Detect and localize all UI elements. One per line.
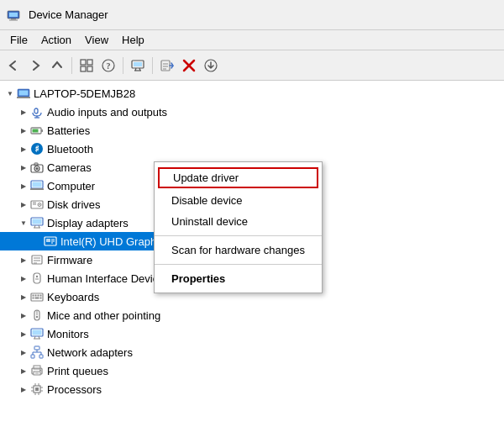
help-button[interactable]: ? xyxy=(98,55,118,76)
firmware-icon xyxy=(30,253,44,266)
print-icon xyxy=(30,364,44,377)
svg-rect-67 xyxy=(33,298,34,299)
context-menu-disable-device[interactable]: Disable device xyxy=(155,190,322,211)
tree-item-print[interactable]: Print queues xyxy=(0,361,223,380)
expander-computer[interactable] xyxy=(17,179,30,192)
back-button[interactable] xyxy=(3,55,24,76)
svg-point-72 xyxy=(36,316,38,318)
svg-rect-78 xyxy=(34,346,39,350)
expander-firmware[interactable] xyxy=(17,253,30,266)
up-button[interactable] xyxy=(47,55,67,76)
bluetooth-icon: ♯ xyxy=(30,142,44,156)
hid-label: Human Interface Devices xyxy=(47,272,170,285)
expander-audio[interactable] xyxy=(17,105,30,119)
svg-rect-5 xyxy=(87,60,92,65)
expander-keyboards[interactable] xyxy=(17,290,30,303)
tree-item-batteries[interactable]: Batteries xyxy=(0,121,223,140)
app-icon xyxy=(7,8,20,22)
context-menu-sep1 xyxy=(155,235,322,236)
context-menu-scan-hardware[interactable]: Scan for hardware changes xyxy=(155,240,322,261)
tree-item-processors[interactable]: Processors xyxy=(0,380,223,398)
battery-icon xyxy=(30,124,44,137)
app-title: Device Manager xyxy=(29,8,108,21)
context-menu: Update driver Disable device Uninstall d… xyxy=(154,161,323,293)
main-content: LAPTOP-5DEMJB28 Audio inputs and outputs xyxy=(0,81,504,427)
separator-3 xyxy=(152,57,153,74)
camera-icon xyxy=(30,161,44,174)
expander-mice[interactable] xyxy=(17,308,30,322)
tree-item-bluetooth[interactable]: ♯ Bluetooth xyxy=(0,140,223,158)
bluetooth-label: Bluetooth xyxy=(47,143,93,156)
svg-rect-11 xyxy=(134,62,142,66)
svg-rect-38 xyxy=(33,182,42,187)
menu-help[interactable]: Help xyxy=(115,32,151,48)
context-menu-sep2 xyxy=(155,264,322,265)
tree-item-laptop[interactable]: LAPTOP-5DEMJB28 xyxy=(0,84,223,103)
svg-rect-63 xyxy=(33,295,34,297)
monitor-button[interactable] xyxy=(128,55,148,76)
batteries-label: Batteries xyxy=(47,124,90,137)
menu-file[interactable]: File xyxy=(3,32,34,48)
forward-button[interactable] xyxy=(25,55,45,76)
svg-text:♯: ♯ xyxy=(34,144,39,154)
expander-cameras[interactable] xyxy=(17,161,30,174)
svg-rect-66 xyxy=(40,295,42,297)
expander-hid[interactable] xyxy=(17,271,30,285)
expander-bluetooth[interactable] xyxy=(17,142,30,156)
svg-rect-3 xyxy=(9,19,18,20)
mice-icon xyxy=(30,308,44,322)
delete-button[interactable] xyxy=(179,55,199,76)
svg-rect-46 xyxy=(33,219,42,224)
expander-print[interactable] xyxy=(17,364,30,377)
tree-item-mice[interactable]: Mice and other pointing xyxy=(0,306,223,324)
svg-rect-51 xyxy=(46,239,50,242)
separator-2 xyxy=(123,57,123,74)
grid-button[interactable] xyxy=(76,55,97,76)
hid-icon xyxy=(30,271,44,285)
menu-action[interactable]: Action xyxy=(34,32,78,48)
context-menu-uninstall-device[interactable]: Uninstall device xyxy=(155,211,322,232)
keyboard-icon xyxy=(30,290,44,303)
download-button[interactable] xyxy=(201,55,221,76)
cameras-label: Cameras xyxy=(47,161,92,174)
svg-rect-24 xyxy=(17,97,30,98)
svg-rect-39 xyxy=(30,188,44,190)
processors-label: Processors xyxy=(47,383,102,396)
update-button[interactable] xyxy=(157,55,177,76)
title-bar: Device Manager xyxy=(0,0,504,30)
svg-point-35 xyxy=(36,167,39,170)
expander-display[interactable] xyxy=(17,216,30,229)
svg-rect-29 xyxy=(41,129,43,132)
tree-item-audio[interactable]: Audio inputs and outputs xyxy=(0,103,223,121)
svg-rect-6 xyxy=(81,66,86,71)
expander-processors[interactable] xyxy=(17,382,30,396)
svg-rect-4 xyxy=(81,60,86,65)
svg-rect-7 xyxy=(87,66,92,71)
context-menu-properties[interactable]: Properties xyxy=(155,268,322,289)
expander-disk[interactable] xyxy=(17,198,30,211)
expander-monitors[interactable] xyxy=(17,327,30,340)
gpu-icon xyxy=(44,235,57,248)
firmware-label: Firmware xyxy=(47,254,92,266)
display-label: Display adapters xyxy=(47,217,129,229)
svg-rect-23 xyxy=(19,91,29,96)
svg-rect-65 xyxy=(38,295,39,297)
tree-item-monitors[interactable]: Monitors xyxy=(0,324,223,343)
disk-icon xyxy=(30,198,44,211)
context-menu-update-driver[interactable]: Update driver xyxy=(158,167,318,188)
menu-view[interactable]: View xyxy=(78,32,115,48)
tree-item-network[interactable]: Network adapters xyxy=(0,343,223,361)
svg-rect-74 xyxy=(33,330,42,335)
svg-point-89 xyxy=(39,370,41,372)
svg-rect-1 xyxy=(9,13,18,17)
expander-laptop[interactable] xyxy=(3,87,17,100)
expander-batteries[interactable] xyxy=(17,124,30,137)
disk-label: Disk drives xyxy=(47,198,101,211)
mice-label: Mice and other pointing xyxy=(47,309,160,322)
menu-bar: File Action View Help xyxy=(0,30,504,50)
expander-network[interactable] xyxy=(17,345,30,359)
laptop-label: LAPTOP-5DEMJB28 xyxy=(34,87,135,100)
print-label: Print queues xyxy=(47,365,108,377)
svg-point-60 xyxy=(36,276,38,277)
audio-icon xyxy=(30,105,44,119)
